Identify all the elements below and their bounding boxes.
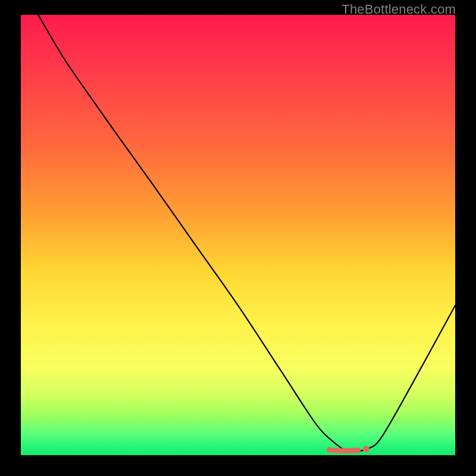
bottleneck-curve — [38, 15, 455, 452]
optimal-marker — [363, 446, 369, 452]
optimal-marker — [355, 447, 361, 453]
plot-area — [21, 15, 455, 455]
optimal-markers — [327, 446, 369, 453]
chart-frame: TheBottleneck.com — [0, 0, 476, 476]
chart-svg — [21, 15, 455, 455]
